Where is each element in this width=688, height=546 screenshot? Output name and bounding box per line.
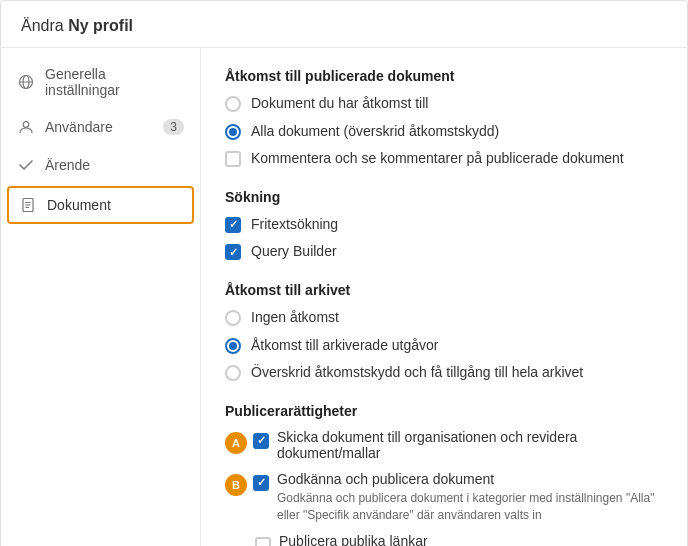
checkbox-pub-b[interactable] [253,475,269,491]
pub-b-controls: B [225,471,269,496]
section-access-published: Åtkomst till publicerade dokument Dokume… [225,68,663,169]
option-comment-docs: Kommentera och se kommentarer på publice… [225,149,663,169]
title-prefix: Ändra [21,17,64,34]
pub-link-label: Publicera publika länkar [279,533,663,546]
sidebar-item-arende[interactable]: Ärende [1,146,200,184]
sidebar-item-dokument[interactable]: Dokument [7,186,194,224]
avatar-a: A [225,432,247,454]
publisher-row-a: A Skicka dokument till organisationen oc… [225,429,663,461]
pub-a-label: Skicka dokument till organisationen och … [277,429,663,461]
option-all-docs: Alla dokument (överskrid åtkomstskydd) [225,122,663,142]
checkbox-querybuilder[interactable] [225,244,241,260]
avatar-b: B [225,474,247,496]
sidebar: Generella inställningar Användare 3 [1,48,201,546]
option-no-access-label: Ingen åtkomst [251,308,339,328]
option-querybuilder: Query Builder [225,242,663,262]
radio-all-docs[interactable] [225,124,241,140]
document-icon [19,196,37,214]
pub-b-subtext: Godkänna och publicera dokument i katego… [277,490,663,524]
option-override-archive: Överskrid åtkomstskydd och få tillgång t… [225,363,663,383]
option-freetext: Fritextsökning [225,215,663,235]
svg-point-3 [23,122,29,128]
pub-link-text: Publicera publika länkar Skapa och dela … [279,533,663,546]
sidebar-item-dokument-label: Dokument [47,197,182,213]
pub-a-text: Skicka dokument till organisationen och … [277,429,663,461]
radio-own-docs[interactable] [225,96,241,112]
sidebar-item-users-label: Användare [45,119,153,135]
sidebar-item-general[interactable]: Generella inställningar [1,56,200,108]
globe-icon [17,73,35,91]
section-archive-title: Åtkomst till arkivet [225,282,663,298]
section-access-published-title: Åtkomst till publicerade dokument [225,68,663,84]
section-publisher-title: Publicerarättigheter [225,403,663,419]
section-publisher-rights: Publicerarättigheter A Skicka dokument t… [225,403,663,546]
section-search: Sökning Fritextsökning Query Builder [225,189,663,262]
sidebar-item-general-label: Generella inställningar [45,66,184,98]
checkbox-freetext[interactable] [225,217,241,233]
sidebar-item-users[interactable]: Användare 3 [1,108,200,146]
radio-override-archive[interactable] [225,365,241,381]
page-header: Ändra Ny profil [1,1,687,48]
section-search-title: Sökning [225,189,663,205]
checkbox-comment-docs[interactable] [225,151,241,167]
publisher-row-link: Publicera publika länkar Skapa och dela … [225,533,663,546]
checkbox-pub-a[interactable] [253,433,269,449]
section-archive-access: Åtkomst till arkivet Ingen åtkomst Åtkom… [225,282,663,383]
option-archived-access: Åtkomst till arkiverade utgåvor [225,336,663,356]
checkbox-pub-link[interactable] [255,537,271,546]
pub-b-text: Godkänna och publicera dokument Godkänna… [277,471,663,524]
radio-archived-access[interactable] [225,338,241,354]
option-own-docs: Dokument du har åtkomst till [225,94,663,114]
option-archived-access-label: Åtkomst till arkiverade utgåvor [251,336,439,356]
pub-a-controls: A [225,429,269,454]
pub-b-label: Godkänna och publicera dokument [277,471,663,487]
user-icon [17,118,35,136]
title-bold: Ny profil [68,17,133,34]
option-querybuilder-label: Query Builder [251,242,337,262]
sidebar-item-arende-label: Ärende [45,157,184,173]
pub-link-controls [225,533,271,546]
body-layout: Generella inställningar Användare 3 [1,48,687,546]
main-content: Åtkomst till publicerade dokument Dokume… [201,48,687,546]
option-own-docs-label: Dokument du har åtkomst till [251,94,428,114]
users-badge: 3 [163,119,184,135]
option-override-archive-label: Överskrid åtkomstskydd och få tillgång t… [251,363,583,383]
option-all-docs-label: Alla dokument (överskrid åtkomstskydd) [251,122,499,142]
radio-no-access[interactable] [225,310,241,326]
publisher-row-b: B Godkänna och publicera dokument Godkän… [225,471,663,524]
page-title: Ändra Ny profil [21,17,667,35]
option-no-access: Ingen åtkomst [225,308,663,328]
app-container: Ändra Ny profil Generella inställningar [0,0,688,546]
check-icon [17,156,35,174]
option-comment-docs-label: Kommentera och se kommentarer på publice… [251,149,624,169]
option-freetext-label: Fritextsökning [251,215,338,235]
